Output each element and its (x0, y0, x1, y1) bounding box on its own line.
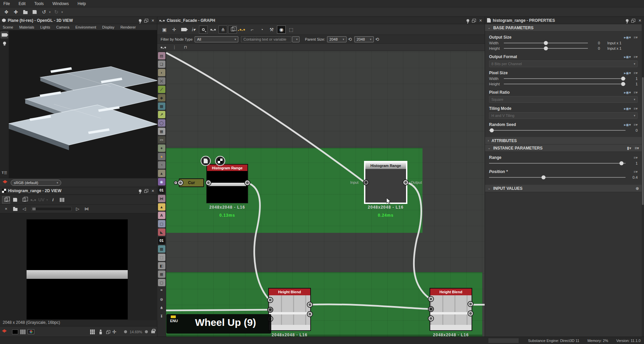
close-icon[interactable]: × (152, 188, 154, 193)
function-icon[interactable]: ▸◉▾ (624, 35, 631, 40)
link-colors-icon[interactable] (238, 26, 247, 34)
height-slider[interactable] (504, 48, 588, 49)
path-icon[interactable]: ⌐ (248, 26, 256, 34)
search-icon[interactable] (199, 26, 208, 34)
param-menu-icon[interactable]: ≡▾ (634, 55, 638, 59)
tiling-mode-select[interactable]: H and V Tiling ▾ (489, 112, 638, 119)
next-icon[interactable]: ▷ (74, 205, 82, 213)
prev-icon[interactable]: ◁ (20, 205, 28, 213)
channel-shuffle-icon[interactable]: ⤬ (158, 77, 165, 85)
parent-height-select[interactable]: 2048▾ (354, 36, 374, 42)
connector[interactable] (174, 181, 177, 184)
reset-size-icon[interactable]: ⟲ (374, 35, 380, 43)
gradient-map-icon[interactable]: ⌖ (158, 144, 165, 152)
zoom-out-icon[interactable] (124, 330, 127, 333)
section-instance-parameters[interactable]: ⌄ INSTANCE PARAMETERS ▮▾≡▾ (485, 144, 642, 152)
sphere-icon[interactable]: ◔ (158, 161, 165, 169)
colorspace-layers-icon[interactable] (2, 329, 7, 333)
function-icon[interactable]: ▸◉▾ (624, 71, 631, 75)
connector[interactable] (178, 180, 183, 185)
output-format-select[interactable]: 8 Bits per Channel ▾ (489, 60, 638, 67)
properties-scrollbar[interactable] (642, 17, 644, 337)
section-input-values[interactable]: ⌄ INPUT VALUES ⊕ (485, 185, 642, 192)
connector-hist-left-input[interactable] (206, 180, 211, 185)
view3d-menu-item[interactable]: Display (102, 25, 114, 29)
colorspace-layers-icon[interactable] (3, 180, 7, 183)
bitmap-01-icon[interactable]: 01 (158, 186, 165, 194)
view3d-menu-item[interactable]: Scene (3, 25, 13, 29)
view3d-viewport[interactable] (0, 30, 157, 178)
clear-icon[interactable]: × (2, 205, 10, 213)
param-menu-icon[interactable]: ≡▾ (634, 156, 638, 160)
section-base-parameters[interactable]: ⌄ BASE PARAMETERS (485, 24, 642, 32)
function-icon[interactable]: ▸◉▾ (624, 106, 631, 111)
float-window-icon[interactable] (473, 19, 476, 22)
copy-image-icon[interactable] (20, 196, 28, 204)
shape-icon[interactable]: ◯ (158, 119, 165, 127)
parent-width-select[interactable]: 2048▾ (327, 36, 347, 42)
open-icon[interactable] (21, 8, 30, 16)
connector-hb-left-in2[interactable] (268, 307, 273, 312)
search-input[interactable] (241, 36, 291, 42)
pin-icon[interactable] (467, 19, 469, 22)
directional-warp-icon[interactable]: ◆ (158, 94, 165, 101)
fit-view-icon[interactable] (107, 330, 110, 333)
svg-icon[interactable]: ▲ (158, 203, 165, 211)
pixel-width-slider[interactable] (504, 78, 626, 79)
param-menu-icon[interactable]: ≡▾ (634, 123, 638, 127)
node-height-blend-left[interactable]: Height Blend (268, 288, 311, 331)
compute-time-icon[interactable]: ◔ (257, 26, 266, 34)
snap-icon[interactable]: ⊓ (182, 44, 189, 50)
range-slider[interactable] (489, 163, 626, 164)
node-height-blend-right[interactable]: Height Blend (430, 288, 472, 331)
tiling-grid-icon[interactable] (90, 330, 95, 334)
background-swatch[interactable] (12, 330, 18, 334)
random-seed-slider[interactable] (489, 130, 626, 131)
scrollbar-thumb[interactable] (642, 77, 644, 205)
blur-icon[interactable]: ◗ (158, 69, 165, 76)
connector-hb-left-out2[interactable] (308, 312, 312, 316)
pan-icon[interactable]: ✛ (110, 328, 118, 336)
position-slider[interactable] (489, 177, 626, 178)
scene-tree-toggle[interactable]: Ŧ☰ (1, 169, 8, 176)
close-icon[interactable]: × (152, 18, 154, 23)
view3d-menu-item[interactable]: Renderer (120, 25, 136, 29)
comment-icon[interactable]: ❞ (158, 287, 165, 295)
graph-canvas[interactable]: Cur Histogram Range 2048x2048 - L16 0.13… (166, 51, 485, 337)
add-input-icon[interactable]: ⊕ (636, 186, 639, 191)
pixel-height-slider[interactable] (504, 84, 626, 84)
redo-caret[interactable]: ▾ (62, 10, 63, 14)
graph-tree-icon[interactable]: ⋔ (218, 26, 227, 34)
connector-hb-right-in3[interactable] (429, 316, 433, 321)
screenshot-icon[interactable] (179, 26, 188, 34)
graph-icon[interactable]: ⋔ (158, 304, 165, 311)
warp-icon[interactable]: ▩ (158, 102, 165, 110)
connector-hb-right-in1[interactable] (429, 297, 433, 301)
connector-hb-left-out1[interactable] (308, 302, 312, 307)
grayscale-badge[interactable] (215, 156, 225, 166)
compare-icon[interactable]: ⋈ (83, 205, 91, 213)
display-mode-icon[interactable] (2, 196, 10, 204)
gradient-icon[interactable]: ◧ (158, 262, 165, 269)
section-attributes[interactable]: › ATTRIBUTES (485, 137, 642, 144)
menu-item[interactable]: Windows (52, 1, 69, 6)
view3d-menu-item[interactable]: Lights (40, 25, 50, 29)
pattern-icon[interactable]: ▦ (158, 270, 165, 278)
menu-item[interactable]: Edit (18, 1, 26, 6)
height-icon[interactable]: ▲ (158, 170, 165, 177)
param-menu-icon[interactable]: ≡▾ (634, 170, 638, 174)
connector-hb-left-in1[interactable] (268, 298, 273, 302)
param-menu-icon[interactable]: ≡▾ (634, 90, 638, 95)
close-icon[interactable]: × (639, 18, 641, 23)
uv-dropdown[interactable]: UV▾ (38, 196, 48, 204)
list-icon[interactable]: ≡▾ (635, 146, 639, 150)
output-usage-badge[interactable] (201, 156, 211, 166)
tools-icon[interactable]: ⚒ (267, 26, 276, 34)
save-image-icon[interactable] (11, 196, 19, 204)
connector-hb-right-in2[interactable] (429, 307, 433, 311)
dot-pair-icon[interactable]: ● (158, 153, 165, 160)
info-icon[interactable]: i▾ (189, 26, 198, 34)
scale-reference-icon[interactable] (99, 330, 102, 334)
redo-button[interactable]: ↻ (52, 8, 61, 16)
view3d-menu-item[interactable]: Camera (56, 25, 69, 29)
